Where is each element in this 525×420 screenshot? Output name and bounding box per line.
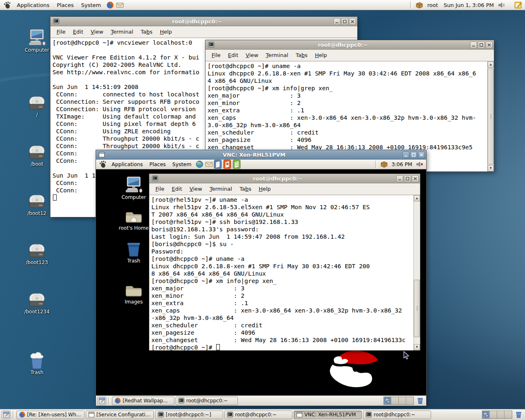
taskbar-button-label: [root@dhcppc0:~]: [166, 412, 211, 418]
panel-menu-system[interactable]: System: [78, 1, 105, 9]
workspace-4[interactable]: [406, 397, 413, 404]
notes-icon[interactable]: [514, 0, 523, 9]
desktop-icon-[interactable]: /: [20, 95, 54, 118]
firefox-launcher-icon[interactable]: [105, 0, 114, 9]
desktop-icon-trash[interactable]: Trash: [20, 351, 54, 375]
clock[interactable]: 3:06 PM: [389, 161, 415, 167]
menu-view[interactable]: View: [186, 184, 206, 194]
menu-terminal[interactable]: Terminal: [206, 184, 236, 194]
taskbar-button-root-dhcppc0[interactable]: root@dhcppc0:~: [176, 397, 238, 405]
scroll-up-icon[interactable]: ▲: [414, 195, 420, 201]
scrollbar[interactable]: ▲ ▼: [487, 62, 494, 171]
close-button[interactable]: [418, 151, 425, 158]
desktop-icon-boot[interactable]: /boot: [20, 144, 54, 167]
desktop-icon-trash[interactable]: Trash: [116, 240, 151, 264]
menu-help[interactable]: Help: [255, 184, 275, 194]
menu-file[interactable]: File: [208, 50, 224, 60]
show-desktop-button[interactable]: [2, 411, 11, 419]
minimize-button[interactable]: [333, 18, 340, 25]
menu-terminal[interactable]: Terminal: [107, 27, 137, 37]
close-button[interactable]: [349, 18, 356, 25]
menu-tabs[interactable]: Tabs: [292, 50, 311, 60]
scroll-up-icon[interactable]: ▲: [488, 62, 494, 68]
taskbar-button-root-dhcppc0[interactable]: root@dhcppc0:~: [224, 411, 292, 419]
user-name[interactable]: root: [425, 2, 441, 8]
menu-view[interactable]: View: [87, 27, 107, 37]
email-icon[interactable]: [205, 160, 214, 169]
menu-edit[interactable]: Edit: [168, 184, 186, 194]
maximize-button[interactable]: [410, 151, 417, 158]
desktop-icon-images[interactable]: Images: [116, 284, 151, 305]
scrollbar-thumb[interactable]: [488, 68, 494, 164]
desktop-icon-boot1234[interactable]: /boot1234: [20, 292, 54, 315]
desktop-icon-root-s-home[interactable]: root's Home: [116, 210, 151, 231]
menu-help[interactable]: Help: [311, 50, 331, 60]
workspace-1[interactable]: [384, 397, 391, 404]
web-browser-icon[interactable]: [195, 160, 204, 169]
menu-edit[interactable]: Edit: [69, 27, 87, 37]
oowriter-icon[interactable]: [213, 159, 223, 169]
terminal-icon: [152, 175, 159, 182]
taskbar-button-service-configurati[interactable]: [Service Configurati...: [86, 411, 154, 419]
menu-tabs[interactable]: Tabs: [236, 184, 255, 194]
volume-muted-icon[interactable]: [415, 160, 424, 169]
taskbar-button-label: VNC: Xen-RHL51PVM: [304, 412, 356, 418]
window-titlebar[interactable]: root@dhcppc0:~: [205, 40, 494, 50]
taskbar-button-label: root@dhcppc0:~: [235, 412, 276, 418]
window-titlebar[interactable]: VNC: Xen-RHL51PVM: [96, 150, 426, 160]
desktop-icon-computer[interactable]: Computer: [20, 29, 54, 53]
oocalc-icon[interactable]: [232, 159, 242, 169]
menu-tabs[interactable]: Tabs: [137, 27, 156, 37]
show-desktop-button[interactable]: [97, 397, 106, 405]
panel-menu-places[interactable]: Places: [53, 1, 77, 9]
maximize-button[interactable]: [478, 41, 485, 48]
maximize-button[interactable]: [341, 18, 348, 25]
taskbar-button-redhat-wallpap[interactable]: [Redhat Wallpap...: [112, 397, 174, 405]
workspace-4[interactable]: [504, 411, 512, 418]
panel-menu-system[interactable]: System: [169, 160, 195, 169]
gnome-main-menu-icon[interactable]: [2, 0, 11, 9]
close-button[interactable]: [412, 175, 419, 182]
scrollbar-thumb[interactable]: [414, 280, 420, 337]
taskbar-button-vnc-xen-rhl51pvm[interactable]: VNC: Xen-RHL51PVM: [294, 411, 362, 419]
scrollbar[interactable]: ▲ ▼: [413, 195, 420, 350]
menu-file[interactable]: File: [53, 27, 69, 37]
workspace-3[interactable]: [497, 411, 504, 418]
minimize-button[interactable]: [396, 175, 403, 182]
menu-edit[interactable]: Edit: [224, 50, 242, 60]
taskbar-button-root-dhcppc0[interactable]: [root@dhcppc0:~]: [155, 411, 223, 419]
minimize-button[interactable]: [470, 41, 477, 48]
nested-terminal-window: root@dhcppc0:~ FileEditViewTerminalTabsH…: [149, 173, 420, 351]
menu-terminal[interactable]: Terminal: [262, 50, 292, 60]
workspace-2[interactable]: [490, 411, 497, 418]
workspace-3[interactable]: [399, 397, 406, 404]
menu-file[interactable]: File: [152, 184, 168, 194]
volume-icon[interactable]: [497, 0, 506, 9]
panel-menu-places[interactable]: Places: [146, 160, 169, 169]
minimize-button[interactable]: [402, 151, 409, 158]
terminal-cursor: [53, 194, 57, 201]
taskbar-button-root-dhcppc0[interactable]: root@dhcppc0:~: [363, 411, 431, 419]
close-button[interactable]: [486, 41, 493, 48]
scroll-down-icon[interactable]: ▼: [488, 165, 494, 171]
terminal-icon: [53, 18, 60, 25]
panel-menu-applications[interactable]: Applications: [108, 160, 146, 169]
trash-applet-icon[interactable]: [514, 411, 523, 419]
email-launcher-icon[interactable]: [115, 0, 124, 9]
desktop-icon-computer[interactable]: Computer: [116, 176, 151, 200]
scroll-down-icon[interactable]: ▼: [414, 344, 420, 350]
workspace-2[interactable]: [391, 397, 399, 404]
menu-help[interactable]: Help: [156, 27, 176, 37]
taskbar-button-re-xen-users-wh[interactable]: [Re: [Xen-users] Wh...: [16, 411, 84, 419]
menu-view[interactable]: View: [242, 50, 262, 60]
gnome-main-menu-icon[interactable]: [98, 160, 107, 169]
window-titlebar[interactable]: root@dhcppc0:~: [50, 17, 357, 26]
desktop-icon-boot123[interactable]: /boot123: [20, 243, 54, 265]
maximize-button[interactable]: [404, 175, 411, 182]
workspace-1[interactable]: [482, 411, 490, 418]
desktop-icon-boot12[interactable]: /boot12: [20, 194, 54, 216]
trash-applet-icon[interactable]: [416, 397, 424, 405]
ooimpress-icon[interactable]: [222, 159, 233, 169]
clock[interactable]: Sun Jun 1, 3:06 PM: [441, 2, 496, 8]
window-titlebar[interactable]: root@dhcppc0:~: [149, 174, 420, 183]
